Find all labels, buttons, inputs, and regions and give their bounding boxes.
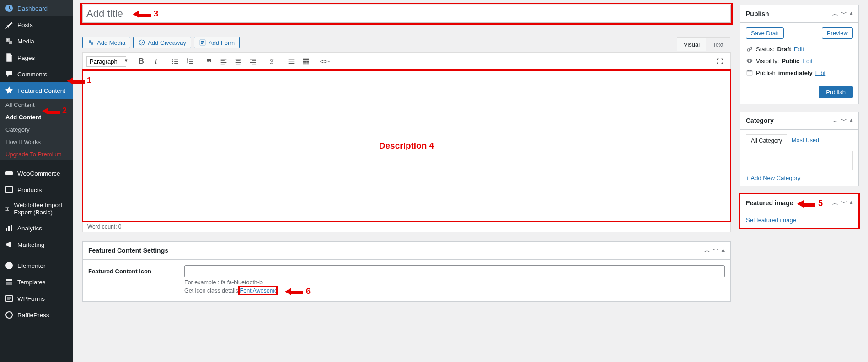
sidebar-label: Featured Content (17, 87, 65, 94)
fullscreen-button[interactable] (713, 54, 727, 68)
align-center-button[interactable] (231, 54, 245, 68)
readmore-button[interactable] (284, 54, 298, 68)
move-up-icon[interactable]: ︿ (832, 10, 838, 18)
all-category-tab[interactable]: All Category (746, 134, 787, 147)
move-down-icon[interactable]: ﹀ (841, 199, 847, 207)
bold-button[interactable]: B (134, 54, 148, 68)
toggle-icon[interactable]: ▴ (850, 199, 853, 207)
move-down-icon[interactable]: ﹀ (713, 246, 719, 255)
editor-textarea[interactable]: Description 4 (83, 70, 730, 221)
svg-rect-39 (289, 63, 295, 64)
blockquote-button[interactable] (202, 54, 216, 68)
text-tab[interactable]: Text (706, 38, 730, 51)
publish-widget: Publish ︿ ﹀ ▴ Save Draft Preview Status:… (740, 5, 859, 104)
move-down-icon[interactable]: ﹀ (841, 117, 847, 125)
save-draft-button[interactable]: Save Draft (746, 27, 784, 39)
align-left-button[interactable] (217, 54, 230, 68)
svg-rect-34 (252, 60, 256, 61)
marketing-icon (5, 240, 14, 249)
sidebar-label: WooCommerce (17, 170, 60, 177)
dashboard-icon (5, 4, 14, 13)
sidebar-label: Comments (17, 71, 47, 78)
sidebar-label: Products (17, 186, 42, 193)
widget-title: Category (746, 117, 774, 124)
sidebar-label: WebToffee Import Export (Basic) (14, 202, 69, 216)
svg-rect-20 (189, 59, 193, 60)
svg-rect-24 (189, 63, 193, 64)
sidebar-subitem-add-content[interactable]: Add Content (0, 111, 73, 123)
numbered-list-button[interactable]: 123 (183, 54, 197, 68)
move-down-icon[interactable]: ﹀ (841, 10, 847, 18)
set-featured-image-link[interactable]: Set featured image (746, 217, 796, 224)
sidebar-item-posts[interactable]: Posts (0, 16, 73, 33)
add-giveaway-button[interactable]: Add Giveaway (133, 37, 191, 48)
sidebar-item-media[interactable]: Media (0, 33, 73, 49)
toolbar-toggle-button[interactable] (299, 54, 313, 68)
svg-rect-31 (236, 62, 241, 63)
svg-rect-44 (303, 64, 305, 65)
edit-schedule-link[interactable]: Edit (815, 69, 825, 76)
svg-rect-30 (236, 60, 241, 61)
sidebar-item-featured-content[interactable]: Featured Content (0, 82, 73, 99)
most-used-tab[interactable]: Most Used (787, 134, 824, 147)
sidebar-item-wpforms[interactable]: WPForms (0, 290, 73, 307)
toggle-icon[interactable]: ▴ (722, 246, 725, 255)
icon-class-input[interactable] (184, 265, 725, 277)
sidebar-subitem-upgrade[interactable]: Upgrade To Premium (0, 148, 73, 160)
comments-icon (5, 69, 14, 79)
products-icon (5, 185, 14, 194)
elementor-icon (5, 261, 14, 270)
edit-status-link[interactable]: Edit (794, 46, 804, 53)
sidebar-item-analytics[interactable]: Analytics (0, 220, 73, 236)
key-icon (746, 45, 753, 53)
add-form-button[interactable]: Add Form (194, 37, 240, 48)
category-list[interactable] (746, 151, 853, 170)
sidebar-item-webtoffee[interactable]: WebToffee Import Export (Basic) (0, 198, 73, 220)
templates-icon (5, 277, 14, 287)
visibility-icon (746, 57, 753, 64)
icon-example-text: For example : fa fa-bluetooth-b (184, 279, 725, 286)
edit-visibility-link[interactable]: Edit (802, 58, 812, 64)
link-button[interactable] (265, 54, 279, 68)
toggle-icon[interactable]: ▴ (850, 10, 853, 18)
sidebar-item-dashboard[interactable]: Dashboard (0, 0, 73, 16)
sidebar-subitem-category[interactable]: Category (0, 123, 73, 136)
code-button[interactable]: <>▾ (318, 54, 332, 68)
sidebar-label: Elementor (17, 262, 46, 269)
svg-rect-29 (236, 59, 241, 60)
add-media-button[interactable]: Add Media (82, 37, 130, 48)
sidebar-subitem-how-it-works[interactable]: How It Works (0, 136, 73, 148)
word-count: Word count: 0 (83, 221, 730, 232)
svg-rect-45 (305, 64, 307, 65)
font-awesome-link[interactable]: Font Awesome (240, 287, 278, 294)
sidebar-item-pages[interactable]: Pages (0, 49, 73, 66)
sidebar-item-templates[interactable]: Templates (0, 274, 73, 290)
widget-title: Featured image (746, 199, 793, 207)
svg-rect-3 (6, 228, 7, 231)
add-new-category-link[interactable]: + Add New Category (746, 175, 801, 181)
format-select[interactable]: Paragraph (86, 56, 126, 67)
italic-button[interactable]: I (149, 54, 163, 68)
icon-details-text: Get icon class details (184, 287, 240, 294)
preview-button[interactable]: Preview (822, 27, 853, 39)
toggle-icon[interactable]: ▴ (850, 117, 853, 125)
move-up-icon[interactable]: ︿ (704, 246, 710, 255)
move-up-icon[interactable]: ︿ (832, 117, 838, 125)
sidebar-item-marketing[interactable]: Marketing (0, 236, 73, 253)
sidebar-label: Pages (17, 54, 35, 61)
metabox-title: Featured Content Settings (88, 247, 168, 254)
annotation-5: 5 (818, 199, 823, 208)
sidebar-item-woocommerce[interactable]: WooCommerce (0, 165, 73, 181)
sidebar-item-comments[interactable]: Comments (0, 66, 73, 82)
sidebar-item-rafflepress[interactable]: RafflePress (0, 307, 73, 323)
bullet-list-button[interactable] (168, 54, 182, 68)
sidebar-item-elementor[interactable]: Elementor (0, 257, 73, 274)
align-right-button[interactable] (246, 54, 260, 68)
pin-icon (5, 20, 14, 29)
publish-button[interactable]: Publish (819, 86, 853, 98)
sidebar-subitem-all-content[interactable]: All Content (0, 99, 73, 111)
sidebar-item-products[interactable]: Products (0, 181, 73, 198)
title-input[interactable] (82, 5, 731, 23)
visual-tab[interactable]: Visual (677, 38, 706, 51)
move-up-icon[interactable]: ︿ (832, 199, 838, 207)
